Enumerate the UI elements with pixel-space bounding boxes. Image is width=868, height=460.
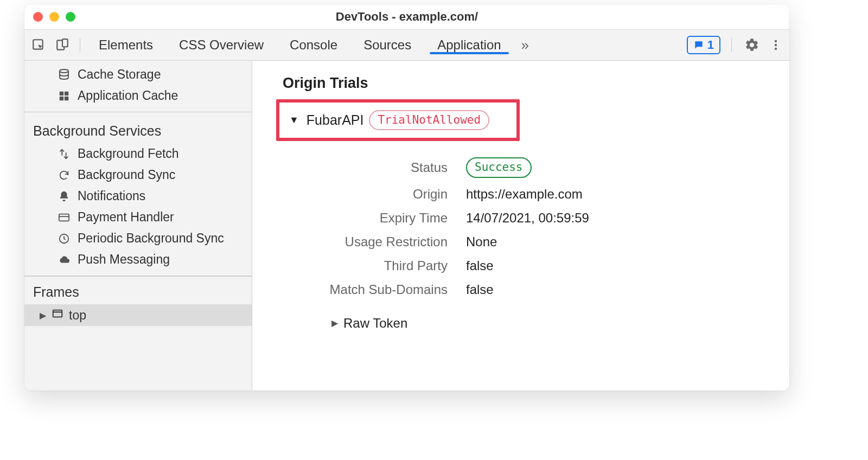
svg-rect-7 (60, 91, 63, 95)
issues-count: 1 (707, 38, 714, 52)
sync-icon (57, 168, 71, 182)
gear-icon (744, 37, 760, 53)
detail-label: Expiry Time (285, 210, 448, 226)
detail-row-origin: Origin https://example.com (285, 187, 773, 202)
raw-token-label: Raw Token (343, 316, 407, 331)
window-controls (33, 12, 75, 22)
sidebar-item-label: Background Sync (78, 168, 175, 182)
sidebar-item-label: Periodic Background Sync (78, 231, 224, 246)
origin-trial-row[interactable]: ▼ FubarAPI TrialNotAllowed (289, 110, 489, 130)
card-icon (57, 210, 71, 225)
application-sidebar: Cache Storage Application Cache Backgrou… (24, 61, 252, 391)
database-icon (57, 68, 71, 82)
sidebar-item-periodic-sync[interactable]: Periodic Background Sync (24, 228, 252, 249)
inspect-element-button[interactable] (27, 34, 50, 56)
transfer-icon (57, 147, 71, 161)
detail-value: https://example.com (466, 187, 583, 202)
sidebar-item-push-messaging[interactable]: Push Messaging (24, 249, 252, 270)
sidebar-bg-services-group: Background Services Background Fetch Bac… (24, 112, 252, 276)
settings-button[interactable] (743, 36, 761, 54)
device-toolbar-button[interactable] (50, 34, 74, 56)
sidebar-item-label: Notifications (78, 189, 145, 203)
detail-value: false (466, 258, 494, 273)
detail-row-subdomains: Match Sub-Domains false (285, 282, 773, 297)
devtools-toolbar: Elements CSS Overview Console Sources Ap… (24, 29, 789, 61)
svg-rect-14 (53, 310, 62, 317)
tab-console[interactable]: Console (277, 37, 350, 54)
kebab-icon (769, 39, 782, 52)
annotation-highlight: ▼ FubarAPI TrialNotAllowed (276, 99, 520, 141)
raw-token-row[interactable]: ▶ Raw Token (331, 316, 773, 331)
panel-body: Cache Storage Application Cache Backgrou… (24, 61, 789, 391)
window-titlebar: DevTools - example.com/ (24, 4, 789, 29)
panel-tabs: Elements CSS Overview Console Sources Ap… (86, 37, 536, 54)
sidebar-frame-top[interactable]: ▶ top (24, 304, 252, 326)
detail-row-usage: Usage Restriction None (285, 234, 773, 250)
svg-point-5 (775, 48, 777, 50)
expand-triangle-icon: ▶ (331, 318, 338, 328)
sidebar-item-label: Application Cache (78, 88, 178, 103)
svg-point-3 (775, 40, 777, 42)
sidebar-item-label: Cache Storage (78, 67, 161, 82)
sidebar-frames-group: Frames ▶ top (24, 276, 252, 326)
close-window-button[interactable] (33, 12, 43, 22)
detail-value: false (466, 282, 494, 297)
toolbar-divider-right (731, 38, 732, 52)
sidebar-frames-title: Frames (24, 277, 252, 304)
sidebar-item-payment-handler[interactable]: Payment Handler (24, 207, 252, 228)
tab-css-overview[interactable]: CSS Overview (166, 37, 277, 54)
svg-rect-9 (60, 96, 63, 100)
clock-icon (57, 232, 71, 246)
svg-point-6 (60, 69, 68, 73)
svg-rect-10 (65, 96, 68, 100)
application-main-panel: Origin Trials ▼ FubarAPI TrialNotAllowed… (252, 61, 789, 391)
cloud-icon (57, 253, 71, 267)
sidebar-item-cache-storage[interactable]: Cache Storage (24, 64, 252, 85)
svg-point-4 (775, 44, 777, 46)
sidebar-item-label: Payment Handler (78, 210, 174, 225)
detail-label: Origin (285, 187, 448, 202)
detail-row-status: Status Success (285, 157, 773, 177)
detail-row-thirdparty: Third Party false (285, 258, 773, 273)
trial-status-badge: TrialNotAllowed (369, 110, 489, 130)
bell-icon (57, 189, 71, 203)
origin-trial-name: FubarAPI (307, 112, 364, 128)
grid-icon (57, 89, 71, 103)
trial-details: Status Success Origin https://example.co… (285, 157, 773, 330)
section-title-origin-trials: Origin Trials (283, 75, 773, 92)
tab-elements[interactable]: Elements (86, 37, 166, 54)
sidebar-group-title: Background Services (24, 116, 252, 143)
svg-rect-11 (59, 214, 69, 221)
more-options-button[interactable] (767, 36, 785, 54)
window-title: DevTools - example.com/ (24, 10, 789, 24)
sidebar-cache-group: Cache Storage Application Cache (24, 61, 252, 112)
detail-label: Match Sub-Domains (285, 282, 448, 297)
sidebar-item-label: Push Messaging (78, 252, 170, 267)
frame-label: top (69, 308, 86, 323)
sidebar-item-background-sync[interactable]: Background Sync (24, 164, 252, 186)
svg-rect-2 (62, 39, 68, 47)
devtools-window: DevTools - example.com/ Elements CSS Ove… (24, 4, 789, 391)
detail-label: Usage Restriction (285, 234, 448, 250)
tab-application[interactable]: Application (424, 37, 514, 54)
issues-icon (693, 40, 704, 50)
detail-value: 14/07/2021, 00:59:59 (466, 210, 589, 226)
status-pill: Success (466, 157, 532, 177)
minimize-window-button[interactable] (49, 12, 59, 22)
maximize-window-button[interactable] (66, 12, 75, 22)
more-tabs-button[interactable]: » (514, 37, 536, 54)
svg-rect-8 (65, 91, 68, 95)
detail-value: None (466, 234, 497, 250)
tab-sources[interactable]: Sources (350, 37, 424, 54)
detail-label: Third Party (285, 258, 448, 273)
detail-label: Status (285, 160, 448, 175)
collapse-triangle-icon: ▼ (289, 114, 299, 126)
detail-row-expiry: Expiry Time 14/07/2021, 00:59:59 (285, 210, 773, 226)
expand-triangle-icon: ▶ (40, 310, 46, 321)
sidebar-item-application-cache[interactable]: Application Cache (24, 85, 252, 106)
sidebar-item-notifications[interactable]: Notifications (24, 186, 252, 207)
issues-badge[interactable]: 1 (687, 36, 720, 54)
sidebar-item-label: Background Fetch (78, 146, 179, 161)
sidebar-item-background-fetch[interactable]: Background Fetch (24, 143, 252, 164)
toolbar-divider (80, 38, 80, 52)
